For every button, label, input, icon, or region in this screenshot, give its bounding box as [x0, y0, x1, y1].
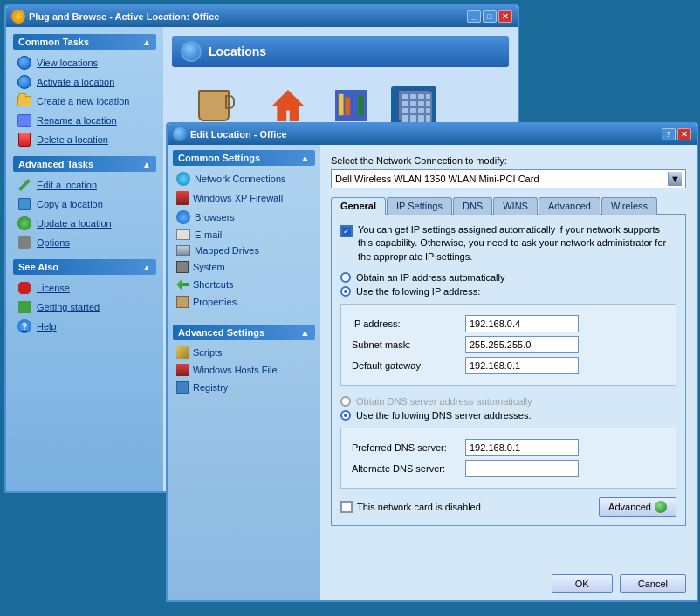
use-following-radio-row[interactable]: Use the following IP address: — [340, 286, 676, 297]
firewall-icon — [176, 191, 189, 205]
email-icon — [176, 229, 190, 240]
advanced-settings-header: Advanced Settings ▲ — [173, 325, 315, 340]
minimize-button[interactable]: _ — [467, 10, 481, 23]
svg-rect-0 — [339, 94, 344, 115]
default-gateway-input[interactable] — [465, 357, 579, 374]
advanced-button[interactable]: Advanced — [599, 497, 676, 517]
sidebar-item-delete-location[interactable]: Delete a location — [13, 130, 156, 149]
svg-rect-6 — [410, 94, 416, 99]
see-also-section: See Also ▲ License Getting started ? Hel… — [13, 259, 156, 336]
advanced-green-dot — [655, 501, 667, 513]
obtain-auto-radio[interactable] — [340, 272, 351, 283]
advanced-settings-section: Advanced Settings ▲ Scripts Windows Host… — [168, 319, 320, 401]
pencil-icon — [18, 179, 31, 191]
settings-item-email[interactable]: E-mail — [173, 227, 315, 243]
common-settings-collapse[interactable]: ▲ — [300, 153, 310, 163]
advanced-tasks-header: Advanced Tasks ▲ — [13, 156, 156, 172]
tab-dns[interactable]: DNS — [453, 197, 492, 215]
settings-item-registry[interactable]: Registry — [173, 379, 315, 396]
settings-item-browsers[interactable]: Browsers — [173, 208, 315, 227]
tab-general[interactable]: General — [331, 197, 386, 215]
ip-address-input[interactable] — [465, 315, 579, 332]
tab-wins[interactable]: WINS — [493, 197, 538, 215]
sidebar-item-view-locations[interactable]: View locations — [13, 53, 156, 72]
tab-wireless[interactable]: Wireless — [601, 197, 657, 215]
sidebar-item-license[interactable]: License — [13, 278, 156, 298]
common-tasks-collapse[interactable]: ▲ — [142, 38, 151, 47]
disabled-card-checkbox[interactable] — [340, 501, 353, 513]
obtain-auto-radio-row[interactable]: Obtain an IP address automatically — [340, 272, 676, 283]
dns-use-following-row[interactable]: Use the following DNS server addresses: — [340, 410, 676, 421]
close-dialog-button[interactable]: ✕ — [677, 128, 691, 140]
svg-rect-13 — [402, 108, 408, 113]
subnet-mask-row: Subnet mask: — [352, 336, 665, 353]
svg-rect-9 — [402, 101, 408, 106]
sidebar-item-create-location[interactable]: Create a new location — [13, 92, 156, 111]
properties-icon — [176, 296, 189, 308]
alternate-dns-input[interactable] — [465, 460, 579, 477]
advanced-tasks-collapse[interactable]: ▲ — [142, 160, 151, 169]
cancel-button[interactable]: Cancel — [620, 574, 686, 593]
use-following-radio[interactable] — [340, 286, 351, 297]
settings-item-windows-hosts[interactable]: Windows Hosts File — [173, 361, 315, 379]
svg-rect-8 — [426, 94, 430, 99]
dns-obtain-auto-label: Obtain DNS server address automatically — [356, 396, 532, 407]
subnet-mask-input[interactable] — [465, 336, 579, 353]
sidebar-item-edit-location[interactable]: Edit a location — [13, 175, 156, 195]
main-panel: Select the Network Connection to modify:… — [320, 145, 697, 600]
sidebar-item-rename-location[interactable]: Rename a location — [13, 111, 156, 130]
maximize-button[interactable]: □ — [483, 10, 497, 23]
winhosts-icon — [176, 364, 189, 376]
settings-item-firewall[interactable]: Windows XP Firewall — [173, 188, 315, 208]
sidebar-item-update-location[interactable]: Update a location — [13, 214, 156, 233]
globe-icon — [17, 56, 31, 70]
ip-address-row: IP address: — [352, 315, 665, 332]
alternate-dns-row: Alternate DNS server: — [352, 460, 665, 477]
network-icon — [176, 172, 190, 186]
network-adapter-select[interactable]: Dell Wireless WLAN 1350 WLAN Mini-PCI Ca… — [331, 169, 686, 188]
tab-advanced[interactable]: Advanced — [539, 197, 600, 215]
dns-obtain-auto-row[interactable]: Obtain DNS server address automatically — [340, 396, 676, 407]
dns-obtain-auto-radio[interactable] — [340, 396, 351, 407]
drives-icon — [176, 245, 190, 256]
ok-button[interactable]: OK — [552, 574, 613, 593]
options-icon — [18, 236, 31, 249]
disabled-checkbox-row: This network card is disabled — [340, 501, 481, 513]
settings-item-scripts[interactable]: Scripts — [173, 344, 315, 361]
close-button[interactable]: ✕ — [498, 10, 512, 23]
tab-content: You can get IP settings assigned automat… — [331, 214, 686, 526]
advanced-tasks-section: Advanced Tasks ▲ Edit a location Copy a … — [13, 156, 156, 252]
preferred-dns-label: Preferred DNS server: — [352, 442, 465, 453]
main-title: Plug and Browse - Active Location: Offic… — [29, 11, 219, 22]
help-dialog-button[interactable]: ? — [662, 128, 676, 140]
settings-item-mapped-drives[interactable]: Mapped Drives — [173, 243, 315, 258]
advanced-settings-collapse[interactable]: ▲ — [300, 327, 310, 338]
sidebar-item-activate-location[interactable]: Activate a location — [13, 72, 156, 92]
svg-rect-5 — [402, 94, 408, 99]
settings-item-shortcuts[interactable]: Shortcuts — [173, 276, 315, 293]
dns-section: Obtain DNS server address automatically … — [340, 396, 676, 489]
dns-use-following-radio[interactable] — [340, 410, 351, 421]
alternate-dns-label: Alternate DNS server: — [352, 463, 465, 474]
sidebar-item-getting-started[interactable]: Getting started — [13, 298, 156, 317]
settings-item-properties[interactable]: Properties — [173, 293, 315, 311]
bottom-row: This network card is disabled Advanced — [340, 497, 676, 517]
locations-icon — [181, 41, 202, 62]
auto-ip-checkbox[interactable] — [340, 225, 353, 237]
sidebar-item-help[interactable]: ? Help — [13, 317, 156, 336]
settings-item-system[interactable]: System — [173, 258, 315, 276]
preferred-dns-input[interactable] — [465, 439, 579, 456]
settings-sidebar: Common Settings ▲ Network Connections Wi… — [168, 145, 320, 600]
flag-icon — [18, 301, 31, 313]
tab-ip-settings[interactable]: IP Settings — [387, 197, 452, 215]
dns-fields-section: Preferred DNS server: Alternate DNS serv… — [340, 428, 676, 489]
settings-item-network-connections[interactable]: Network Connections — [173, 169, 315, 188]
delete-icon — [18, 133, 31, 147]
see-also-collapse[interactable]: ▲ — [142, 263, 151, 272]
select-dropdown-arrow: ▼ — [668, 172, 682, 186]
use-following-label: Use the following IP address: — [356, 286, 480, 297]
sidebar-item-options[interactable]: Options — [13, 233, 156, 252]
home-icon — [272, 90, 304, 121]
sidebar-item-copy-location[interactable]: Copy a location — [13, 195, 156, 214]
globe-icon-2 — [17, 75, 31, 89]
